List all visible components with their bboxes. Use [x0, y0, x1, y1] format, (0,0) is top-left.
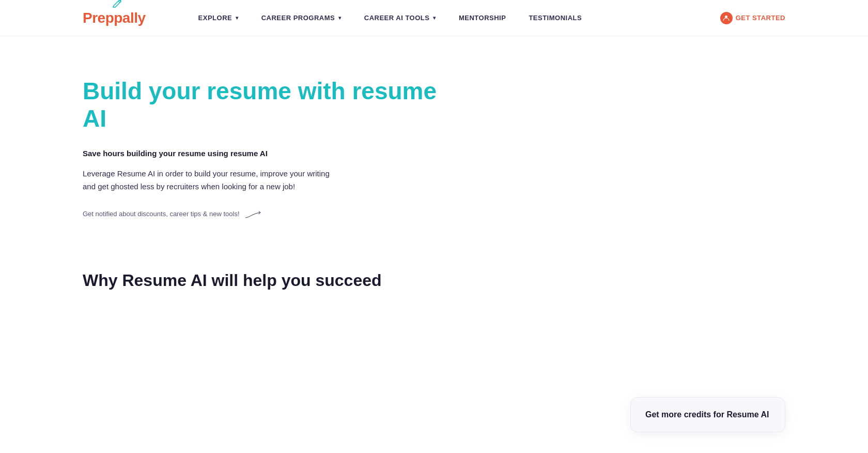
get-started-label: GET STARTED — [736, 14, 785, 22]
logo-prep: Prep — [83, 10, 114, 26]
notification-text: Get notified about discounts, career tip… — [83, 210, 240, 218]
logo-ally: ally — [122, 10, 146, 26]
hero-section: Build your resume with resume AI Save ho… — [83, 78, 444, 219]
nav-item-testimonials[interactable]: TESTIMONIALS — [517, 0, 593, 36]
credits-card: Get more credits for Resume AI — [630, 397, 785, 432]
hero-description: Leverage Resume AI in order to build you… — [83, 167, 331, 193]
user-icon — [720, 12, 733, 24]
svg-point-1 — [725, 16, 727, 18]
hero-title: Build your resume with resume AI — [83, 78, 444, 132]
logo-pencil-icon: p — [114, 10, 122, 26]
chevron-down-icon: ▾ — [433, 15, 436, 21]
why-title: Why Resume AI will help you succeed — [83, 271, 785, 290]
arrow-curve-icon — [244, 210, 262, 220]
hero-subtitle: Save hours building your resume using re… — [83, 149, 444, 158]
logo[interactable]: Prep p ally — [83, 10, 146, 26]
get-started-button[interactable]: GET STARTED — [720, 12, 785, 24]
credits-card-title: Get more credits for Resume AI — [645, 410, 770, 419]
header: Prep p ally EXPLORE ▾ CAREER PROGRAMS ▾ … — [0, 0, 868, 36]
nav-item-career-programs[interactable]: CAREER PROGRAMS ▾ — [250, 0, 353, 36]
nav: EXPLORE ▾ CAREER PROGRAMS ▾ CAREER AI TO… — [187, 0, 785, 36]
nav-item-mentorship[interactable]: MENTORSHIP — [447, 0, 517, 36]
chevron-down-icon: ▾ — [338, 15, 342, 21]
nav-item-explore[interactable]: EXPLORE ▾ — [187, 0, 250, 36]
nav-item-career-ai-tools[interactable]: CAREER AI TOOLS ▾ — [353, 0, 447, 36]
hero-notification: Get notified about discounts, career tip… — [83, 209, 444, 219]
main-content: Build your resume with resume AI Save ho… — [0, 36, 868, 337]
chevron-down-icon: ▾ — [236, 15, 239, 21]
why-section: Why Resume AI will help you succeed — [83, 261, 785, 290]
